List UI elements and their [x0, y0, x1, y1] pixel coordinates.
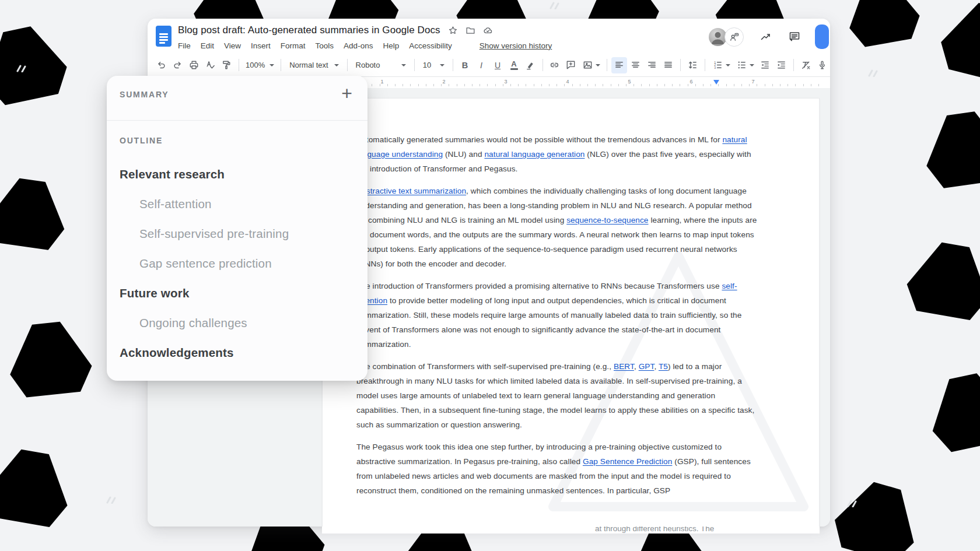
italic-button[interactable]: I: [474, 57, 489, 73]
doc-paragraph: The combination of Transformers with sel…: [356, 359, 759, 432]
chevron-down-icon: [726, 64, 730, 66]
doc-text-run: to provide better modeling of long input…: [356, 296, 741, 349]
formatting-toolbar: 100% Normal text Roboto 10 B I U A 123: [148, 54, 830, 77]
anonymous-viewer-avatar[interactable]: [724, 27, 744, 47]
doc-paragraph: Abstractive text summarization, which co…: [356, 184, 759, 271]
font-size-select[interactable]: 10: [419, 57, 449, 73]
doc-link[interactable]: BERT: [614, 362, 634, 371]
ruler-number: 7: [751, 79, 754, 85]
text-color-button[interactable]: A: [506, 57, 522, 73]
outline-item[interactable]: Relevant research: [107, 159, 368, 189]
outline-item[interactable]: Self-attention: [107, 189, 368, 219]
sparkle-mark-icon: [550, 1, 560, 12]
font-select[interactable]: Roboto: [352, 57, 410, 73]
insert-image-button[interactable]: [579, 57, 603, 73]
outline-item[interactable]: Ongoing challenges: [107, 308, 368, 338]
menu-item-add-ons[interactable]: Add-ons: [344, 41, 373, 50]
doc-text-run: Automatically generated summaries would …: [356, 135, 722, 144]
bold-button[interactable]: B: [457, 57, 473, 73]
menu-item-edit[interactable]: Edit: [201, 41, 214, 50]
menu-items: FileEditViewInsertFormatToolsAdd-onsHelp…: [178, 41, 452, 50]
decrease-indent-icon[interactable]: [757, 57, 773, 73]
outline-item[interactable]: Future work: [107, 278, 368, 308]
drive-logo-icon: [0, 170, 74, 254]
google-docs-logo-icon[interactable]: [156, 26, 172, 47]
drive-logo-icon: [0, 15, 75, 110]
page-overflow-strip: at through different heuristics. The: [322, 527, 820, 534]
doc-link[interactable]: Gap Sentence Prediction: [583, 457, 672, 466]
outline-item[interactable]: Acknowledgements: [107, 338, 368, 367]
underline-button[interactable]: U: [490, 57, 506, 73]
ruler-number: 3: [504, 79, 507, 85]
share-button[interactable]: [815, 24, 829, 49]
outline-panel: SUMMARY + OUTLINE Relevant researchSelf-…: [107, 76, 368, 381]
highlight-color-icon[interactable]: [523, 57, 538, 73]
show-version-history-link[interactable]: Show version history: [480, 41, 552, 50]
increase-indent-icon[interactable]: [774, 57, 789, 73]
move-folder-icon[interactable]: [466, 26, 475, 36]
doc-link[interactable]: Abstractive text summarization: [356, 187, 466, 195]
drive-logo-icon: [825, 469, 930, 551]
menu-item-insert[interactable]: Insert: [251, 41, 271, 50]
drive-logo-icon: [2, 314, 97, 401]
undo-icon[interactable]: [153, 57, 169, 73]
menu-item-accessibility[interactable]: Accessibility: [409, 41, 452, 50]
paint-format-icon[interactable]: [219, 57, 235, 73]
doc-text-run: ,: [654, 362, 659, 371]
document-text[interactable]: Automatically generated summaries would …: [356, 132, 759, 506]
doc-text-run: (NLU) and: [443, 150, 484, 159]
doc-paragraph: Automatically generated summaries would …: [356, 132, 759, 176]
ruler-number: 1: [380, 79, 383, 85]
zoom-select[interactable]: 100%: [243, 57, 276, 73]
doc-link[interactable]: natural language generation: [484, 150, 584, 159]
svg-text:3: 3: [714, 66, 716, 69]
insert-link-icon[interactable]: [547, 57, 562, 73]
open-comments-icon[interactable]: [788, 30, 801, 43]
sparkle-mark-icon: [847, 499, 858, 510]
align-left-icon[interactable]: [611, 57, 627, 73]
activity-dashboard-icon[interactable]: [760, 30, 772, 43]
menu-bar: FileEditViewInsertFormatToolsAdd-onsHelp…: [178, 40, 552, 51]
line-spacing-icon[interactable]: [685, 57, 701, 73]
outline-item[interactable]: Gap sentence prediction: [107, 248, 368, 278]
menu-item-help[interactable]: Help: [383, 41, 399, 50]
doc-link[interactable]: T5: [659, 362, 668, 371]
add-comment-icon[interactable]: [563, 57, 579, 73]
menu-item-format[interactable]: Format: [281, 41, 306, 50]
menu-item-file[interactable]: File: [178, 41, 191, 50]
outline-list: Relevant researchSelf-attentionSelf-supe…: [107, 153, 368, 367]
menu-item-view[interactable]: View: [224, 41, 241, 50]
drive-logo-icon: [916, 102, 980, 192]
clear-formatting-icon[interactable]: [798, 57, 814, 73]
menu-item-tools[interactable]: Tools: [316, 41, 334, 50]
bulleted-list-button[interactable]: [733, 57, 757, 73]
drive-logo-icon: [0, 439, 79, 532]
doc-paragraph: The introduction of Transformers provide…: [356, 279, 759, 352]
add-summary-button[interactable]: +: [341, 83, 352, 104]
print-icon[interactable]: [186, 57, 202, 73]
align-center-icon[interactable]: [628, 57, 643, 73]
cloud-saved-icon[interactable]: [483, 26, 493, 36]
doc-link[interactable]: GPT: [639, 362, 654, 371]
chevron-down-icon: [270, 64, 274, 66]
voice-typing-icon[interactable]: [814, 57, 830, 73]
document-page[interactable]: Automatically generated summaries would …: [322, 98, 820, 527]
justify-icon[interactable]: [660, 57, 676, 73]
align-right-icon[interactable]: [644, 57, 660, 73]
doc-paragraph: The Pegasus work took this idea one step…: [356, 440, 759, 498]
paragraph-style-select[interactable]: Normal text: [285, 57, 343, 73]
spelling-check-icon[interactable]: [202, 57, 218, 73]
redo-icon[interactable]: [170, 57, 186, 73]
document-title[interactable]: Blog post draft: Auto-generated summarie…: [178, 24, 440, 36]
chevron-down-icon: [334, 64, 339, 66]
right-indent-marker-icon[interactable]: [713, 80, 719, 85]
doc-overflow-text: at through different heuristics. The: [595, 527, 714, 533]
ruler-number: 5: [628, 79, 631, 85]
star-icon[interactable]: [448, 26, 458, 36]
sparkle-mark-icon: [106, 496, 117, 506]
numbered-list-button[interactable]: 123: [709, 57, 733, 73]
chevron-down-icon: [750, 64, 754, 66]
docs-header: Blog post draft: Auto-generated summarie…: [148, 19, 830, 54]
outline-item[interactable]: Self-supervised pre-training: [107, 219, 368, 248]
doc-link[interactable]: sequence-to-sequence: [566, 216, 648, 224]
